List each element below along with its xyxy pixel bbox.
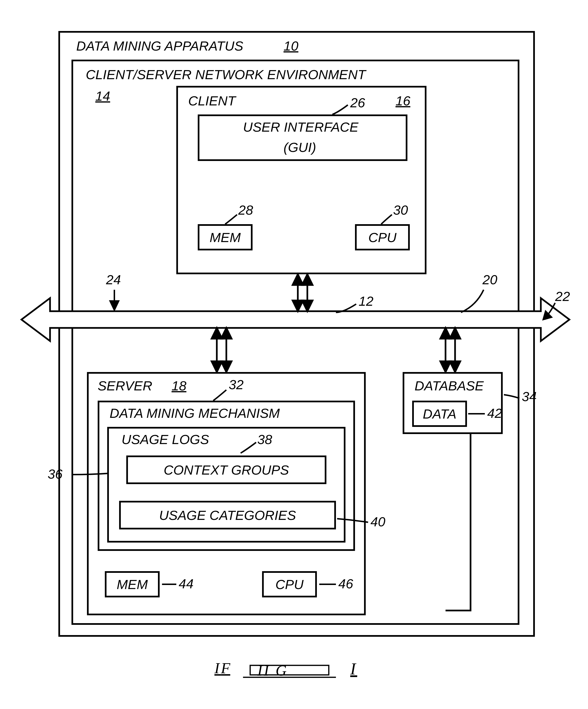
ref-22: 22 (555, 289, 570, 304)
ctx-label: CONTEXT GROUPS (164, 462, 289, 478)
ctx-box: CONTEXT GROUPS (126, 455, 327, 484)
client-ref: 16 (395, 93, 410, 108)
database-ref: 34 (522, 389, 536, 404)
client-title: CLIENT (188, 93, 235, 108)
server-cpu-label: CPU (275, 577, 304, 592)
env-ref: 14 (95, 88, 110, 104)
server-cpu-ref: 46 (338, 576, 353, 592)
server-title: SERVER (98, 378, 152, 393)
client-mem-label: MEM (209, 230, 241, 245)
gui-line1: USER INTERFACE (243, 119, 358, 135)
data-ref: 42 (487, 405, 502, 421)
apparatus-ref: 10 (283, 38, 298, 54)
ref-12: 12 (359, 293, 373, 309)
cats-box: USAGE CATEGORIES (119, 501, 336, 529)
client-cpu-ref: 30 (393, 202, 408, 218)
figure-caption-mid: II G (257, 662, 288, 679)
dmm-title: DATA MINING MECHANISM (110, 405, 280, 421)
server-cpu-box: CPU (262, 571, 317, 597)
logs-title: USAGE LOGS (121, 432, 209, 447)
ref-20: 20 (482, 272, 497, 287)
env-title: CLIENT/SERVER NETWORK ENVIRONMENT (86, 67, 366, 82)
www-label: WWW (95, 312, 133, 328)
client-mem-box: MEM (198, 224, 253, 251)
gui-ref: 26 (350, 95, 365, 110)
ref-24: 24 (106, 272, 121, 287)
server-mem-ref: 44 (179, 576, 193, 592)
figure-caption-left: IF (215, 659, 230, 677)
ref-40: 40 (370, 514, 385, 529)
server-mem-label: MEM (117, 577, 148, 592)
dmm-ref: 32 (229, 377, 244, 392)
svg-marker-20 (543, 311, 552, 320)
figure-caption-right: I (350, 659, 357, 679)
gui-line2: (GUI) (283, 139, 316, 155)
server-mem-box: MEM (105, 571, 160, 597)
ref-36: 36 (48, 466, 62, 482)
database-title: DATABASE (415, 378, 484, 393)
logs-ref38: 38 (257, 432, 272, 447)
data-box: DATA (412, 401, 467, 427)
cats-label: USAGE CATEGORIES (159, 507, 296, 523)
client-cpu-label: CPU (368, 230, 396, 245)
client-mem-ref: 28 (238, 202, 253, 218)
data-label: DATA (423, 406, 456, 422)
client-cpu-box: CPU (355, 224, 410, 251)
server-ref: 18 (171, 378, 186, 393)
apparatus-title: DATA MINING APPARATUS (76, 38, 243, 54)
